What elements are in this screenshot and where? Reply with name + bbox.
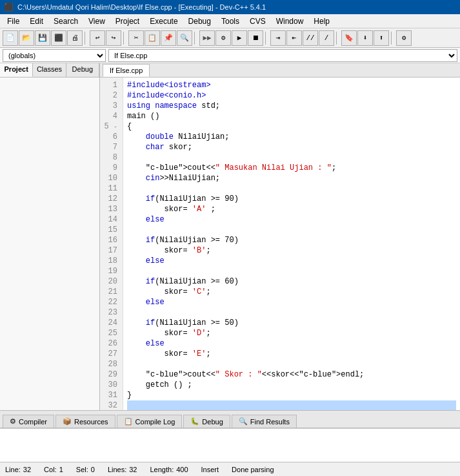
open-button[interactable]: 📂 — [19, 30, 34, 46]
menu-item-tools[interactable]: Tools — [217, 16, 244, 27]
bookmark-button[interactable]: 🔖 — [341, 30, 357, 46]
indent-button[interactable]: ⇥ — [270, 30, 286, 46]
bottom-tab-resources[interactable]: 📦Resources — [55, 415, 115, 428]
comment-button[interactable]: // — [303, 30, 318, 46]
sidebar: Project Classes Debug — [0, 63, 100, 410]
code-line-26: else — [127, 338, 456, 349]
stop-button[interactable]: ⏹ — [248, 30, 263, 46]
code-line-30: getch () ; — [127, 380, 456, 390]
status-done: Done parsing — [232, 466, 274, 473]
line-num-8: 8 — [100, 152, 120, 163]
bottom-tab-label-4: Find Results — [250, 418, 290, 426]
line-num-7: 7 — [100, 142, 120, 152]
code-line-22: else — [127, 297, 456, 307]
save-button[interactable]: 💾 — [35, 30, 50, 46]
menu-item-execute[interactable]: Execute — [145, 16, 182, 27]
tb-sep-2 — [123, 32, 126, 45]
code-line-27: skor= 'E'; — [127, 349, 456, 359]
length-value: 400 — [176, 466, 188, 473]
settings-button[interactable]: ⚙ — [396, 30, 412, 46]
bottom-tab-compile-log[interactable]: 📋Compile Log — [117, 415, 183, 428]
menu-item-project[interactable]: Project — [111, 16, 144, 27]
line-num-12: 12 — [100, 194, 120, 204]
next-bookmark-button[interactable]: ⬇ — [357, 30, 373, 46]
run-button[interactable]: ▶ — [232, 30, 247, 46]
prev-bookmark-button[interactable]: ⬆ — [374, 30, 389, 46]
paste-button[interactable]: 📌 — [161, 30, 176, 46]
status-sel: Sel: 0 — [76, 466, 95, 473]
bottom-content — [0, 428, 460, 462]
code-line-4: main () — [127, 111, 456, 121]
code-content[interactable]: #include<iostream>#include<conio.h>using… — [123, 78, 460, 410]
line-num-11: 11 — [100, 183, 120, 194]
code-line-25: skor= 'D'; — [127, 328, 456, 338]
code-line-9: "c-blue">cout<<" Masukan Nilai Ujian : "… — [127, 163, 456, 173]
code-line-10: cin>>NilaiUjian; — [127, 173, 456, 183]
editor-tab[interactable]: If Else.cpp — [103, 64, 150, 77]
tb-sep-3 — [194, 32, 197, 45]
outdent-button[interactable]: ⇤ — [286, 30, 302, 46]
line-num-25: 25 — [100, 328, 120, 338]
sidebar-tab-debug[interactable]: Debug — [66, 63, 99, 77]
menu-item-edit[interactable]: Edit — [25, 16, 48, 27]
line-num-5: 5 - — [100, 121, 120, 132]
code-line-3: using namespace std; — [127, 101, 456, 111]
menu-item-search[interactable]: Search — [49, 16, 83, 27]
globals-dropdown[interactable]: (globals) — [3, 49, 106, 62]
find-button[interactable]: 🔍 — [177, 30, 192, 46]
sidebar-tab-classes[interactable]: Classes — [33, 63, 66, 77]
menu-item-file[interactable]: File — [3, 16, 24, 27]
compile-run-button[interactable]: ▶▶ — [199, 30, 215, 46]
title-bar: ⬛ C:\Users\Umdatul Qori Halim\Desktop\If… — [0, 0, 460, 14]
print-button[interactable]: 🖨 — [67, 30, 83, 46]
debug-icon: 🐛 — [190, 417, 199, 426]
tb-sep-5 — [336, 32, 339, 45]
menu-item-view[interactable]: View — [84, 16, 110, 27]
code-line-28 — [127, 359, 456, 369]
menu-item-debug[interactable]: Debug — [184, 16, 215, 27]
menu-item-window[interactable]: Window — [272, 16, 308, 27]
line-num-27: 27 — [100, 349, 120, 359]
line-num-15: 15 — [100, 225, 120, 235]
sidebar-tab-project[interactable]: Project — [0, 63, 33, 77]
status-lines: Lines: 32 — [108, 466, 137, 473]
editor-area: If Else.cpp 12345 -678910111213141516171… — [100, 63, 460, 410]
line-num-23: 23 — [100, 307, 120, 318]
code-line-31: } — [127, 390, 456, 400]
cut-button[interactable]: ✂ — [128, 30, 144, 46]
app-icon: ⬛ — [4, 3, 14, 12]
code-line-32 — [127, 400, 456, 410]
compile-button[interactable]: ⚙ — [215, 30, 231, 46]
find-results-icon: 🔍 — [239, 417, 248, 426]
undo-button[interactable]: ↩ — [90, 30, 105, 46]
line-num-22: 22 — [100, 297, 120, 307]
save-all-button[interactable]: ⬛ — [51, 30, 66, 46]
new-button[interactable]: 📄 — [3, 30, 18, 46]
code-line-15 — [127, 225, 456, 235]
code-line-5: { — [127, 121, 456, 132]
uncomment-button[interactable]: / — [319, 30, 334, 46]
editor-content: 12345 -678910111213141516171819202122232… — [100, 78, 460, 410]
status-bar: Line: 32 Col: 1 Sel: 0 Lines: 32 Length:… — [0, 462, 460, 476]
menu-item-help[interactable]: Help — [309, 16, 334, 27]
menu-item-cvs[interactable]: CVS — [245, 16, 270, 27]
code-line-14: else — [127, 214, 456, 225]
line-num-3: 3 — [100, 101, 120, 111]
menu-bar: FileEditSearchViewProjectExecuteDebugToo… — [0, 14, 460, 28]
file-dropdown[interactable]: If Else.cpp — [108, 49, 457, 62]
copy-button[interactable]: 📋 — [145, 30, 160, 46]
bottom-tab-debug[interactable]: 🐛Debug — [183, 415, 230, 428]
line-value: 32 — [23, 466, 31, 473]
tb-sep-4 — [265, 32, 268, 45]
lines-value: 32 — [129, 466, 137, 473]
line-num-31: 31 — [100, 390, 120, 400]
tb-sep-1 — [85, 32, 88, 45]
lines-label: Lines: — [108, 466, 126, 473]
line-num-28: 28 — [100, 359, 120, 369]
sidebar-tabs: Project Classes Debug — [0, 63, 99, 78]
bottom-tab-find-results[interactable]: 🔍Find Results — [232, 415, 297, 428]
line-num-26: 26 — [100, 338, 120, 349]
bottom-tab-compiler[interactable]: ⚙Compiler — [3, 415, 54, 428]
bottom-tabs: ⚙Compiler📦Resources📋Compile Log🐛Debug🔍Fi… — [0, 410, 460, 428]
redo-button[interactable]: ↪ — [106, 30, 121, 46]
